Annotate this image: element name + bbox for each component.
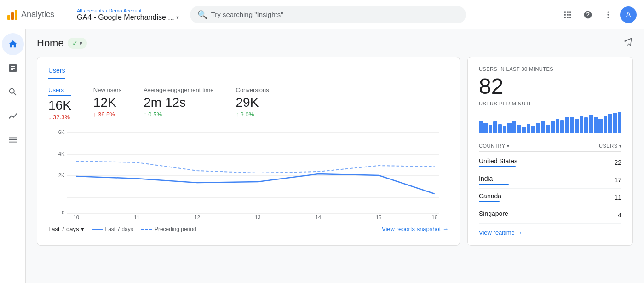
- topbar-divider: [69, 7, 69, 22]
- bar: [551, 121, 554, 133]
- svg-text:13: 13: [255, 214, 260, 220]
- annotation-icon[interactable]: [623, 37, 633, 49]
- sidebar-item-reports[interactable]: [2, 57, 24, 79]
- bar: [575, 119, 578, 133]
- svg-text:14: 14: [316, 214, 321, 220]
- svg-point-10: [607, 14, 609, 15]
- country-users-value: 4: [618, 211, 621, 219]
- users-col-header[interactable]: USERS ▾: [599, 143, 621, 149]
- time-filter[interactable]: Last 7 days ▾: [48, 225, 84, 232]
- metric-new-users[interactable]: New users 12K ↓ 36.5%: [93, 87, 121, 121]
- bar: [489, 125, 492, 133]
- sidebar-item-home[interactable]: [2, 33, 24, 55]
- svg-text:2K: 2K: [58, 173, 65, 178]
- metric-conversions[interactable]: Conversions 29K ↑ 9.0%: [236, 87, 269, 121]
- country-bar: [479, 166, 516, 167]
- bar: [546, 125, 550, 133]
- bar: [565, 117, 569, 133]
- app-title: Analytics: [21, 10, 54, 19]
- bar: [503, 126, 506, 133]
- realtime-count: 82: [479, 74, 621, 99]
- svg-point-9: [607, 11, 609, 12]
- status-badge[interactable]: ✓ ▾: [68, 38, 87, 49]
- legend-dashed-line: [141, 229, 152, 230]
- apps-button[interactable]: [559, 6, 576, 23]
- bar: [536, 123, 540, 133]
- bar: [608, 114, 612, 133]
- country-users-value: 22: [614, 159, 621, 166]
- metric-users-value: 16K: [48, 98, 71, 113]
- svg-rect-1: [567, 11, 568, 12]
- view-realtime-link[interactable]: View realtime →: [479, 224, 621, 236]
- chevron-down-icon: ▾: [619, 144, 622, 149]
- svg-text:11: 11: [134, 214, 139, 220]
- bar: [522, 127, 526, 133]
- bar: [556, 119, 559, 133]
- avatar[interactable]: A: [620, 6, 637, 23]
- search-bar[interactable]: 🔍 Try searching "Insights": [190, 6, 466, 23]
- page-title-row: Home ✓ ▾: [37, 37, 87, 49]
- country-table-body: United States 22 India 17 Canada 11 Sing…: [479, 154, 621, 224]
- country-bar: [479, 201, 500, 202]
- bar: [541, 121, 545, 133]
- country-row: United States 22: [479, 154, 621, 171]
- sidebar: [0, 29, 26, 283]
- sidebar-item-explore[interactable]: [2, 81, 24, 103]
- content-area: Home ✓ ▾ Users Users: [26, 29, 644, 283]
- main-layout: Home ✓ ▾ Users Users: [0, 29, 644, 283]
- bar: [613, 113, 616, 133]
- svg-rect-7: [567, 17, 568, 18]
- metric-engagement-change: ↑ 0.5%: [144, 111, 213, 118]
- more-button[interactable]: [600, 6, 616, 23]
- svg-rect-2: [569, 11, 571, 12]
- tab-users[interactable]: Users: [48, 67, 65, 79]
- sidebar-item-configure[interactable]: [2, 129, 24, 151]
- country-row: Canada 11: [479, 189, 621, 206]
- country-bar: [479, 184, 509, 185]
- realtime-label: USERS IN LAST 30 MINUTES: [479, 66, 621, 72]
- logo-icon: [7, 10, 17, 20]
- metric-new-users-label: New users: [93, 87, 121, 93]
- country-col-header[interactable]: COUNTRY ▾: [479, 143, 509, 149]
- legend-solid: Last 7 days: [92, 226, 133, 232]
- status-arrow-icon: ▾: [80, 40, 82, 46]
- svg-text:Nov: Nov: [72, 219, 80, 220]
- bar: [598, 119, 602, 133]
- account-name[interactable]: GA4 - Google Merchandise ... ▾: [77, 13, 179, 22]
- bar: [594, 117, 598, 133]
- metric-engagement-label: Average engagement time: [144, 87, 213, 93]
- country-table-header: COUNTRY ▾ USERS ▾: [479, 140, 621, 152]
- country-row: India 17: [479, 171, 621, 189]
- metric-engagement[interactable]: Average engagement time 2m 12s ↑ 0.5%: [144, 87, 213, 121]
- svg-text:12: 12: [195, 214, 200, 220]
- view-reports-link[interactable]: View reports snapshot →: [382, 225, 448, 232]
- breadcrumb: All accounts › Demo Account: [77, 8, 179, 13]
- country-row: Singapore 4: [479, 206, 621, 224]
- per-minute-label: USERS PER MINUTE: [479, 101, 621, 106]
- svg-rect-8: [569, 17, 571, 18]
- bar: [507, 123, 511, 133]
- svg-text:4K: 4K: [58, 151, 65, 156]
- chevron-down-icon: ▾: [81, 225, 84, 232]
- bar: [479, 121, 483, 133]
- help-button[interactable]: [580, 6, 596, 23]
- bar: [604, 116, 607, 133]
- metrics-row: Users 16K ↓ 32.3% New users 12K ↓ 36.5% …: [48, 87, 448, 121]
- legend-solid-line: [92, 229, 103, 230]
- page-header: Home ✓ ▾: [37, 37, 633, 49]
- bar: [498, 124, 502, 133]
- svg-rect-3: [564, 14, 566, 15]
- sidebar-item-advertising[interactable]: [2, 105, 24, 127]
- metric-new-users-value: 12K: [93, 95, 121, 110]
- tab-bar: Users: [48, 66, 448, 79]
- country-name: Singapore: [479, 210, 508, 219]
- chevron-down-icon: ▾: [507, 144, 510, 149]
- svg-point-11: [607, 17, 609, 18]
- metric-users-label: Users: [48, 87, 71, 96]
- search-placeholder: Try searching "Insights": [211, 11, 283, 18]
- chart-legend: Last 7 days Preceding period: [92, 226, 196, 232]
- page-title: Home: [37, 37, 64, 49]
- metric-users[interactable]: Users 16K ↓ 32.3%: [48, 87, 71, 121]
- account-selector[interactable]: All accounts › Demo Account GA4 - Google…: [77, 8, 179, 22]
- bar: [493, 121, 497, 133]
